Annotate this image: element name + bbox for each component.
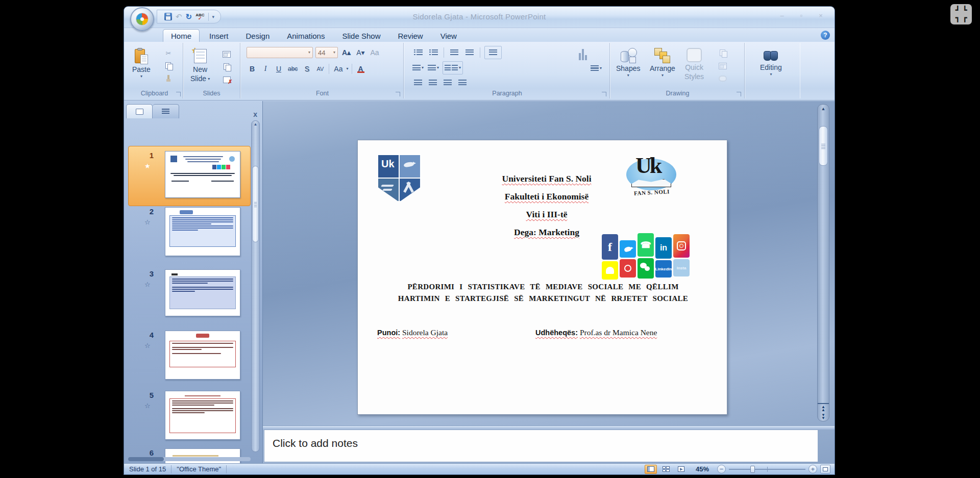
scroll-up-icon[interactable]: ▲ [818, 106, 829, 111]
slide-title-text[interactable]: PËRDORIMI I STATISTIKAVE TË MEDIAVE SOCI… [382, 281, 704, 305]
tab-insert[interactable]: Insert [202, 30, 236, 42]
copy-button[interactable] [163, 61, 174, 71]
font-name-combo[interactable]: ▾ [247, 47, 313, 58]
zoom-slider[interactable] [729, 465, 805, 474]
notes-placeholder[interactable]: Click to add notes [264, 430, 818, 449]
shapes-button[interactable]: Shapes ▾ [614, 46, 642, 79]
change-case-button[interactable]: Aa [332, 63, 344, 74]
italic-button[interactable]: I [260, 63, 271, 74]
fan-noli-logo[interactable]: Uk FAN S. NOLI [622, 155, 681, 209]
clipboard-dialog-launcher[interactable] [176, 92, 181, 96]
line-spacing-button[interactable]: ▾ [412, 63, 424, 73]
panel-scrollbar[interactable]: ▲ [251, 120, 260, 452]
restore-button[interactable]: ▫ [796, 12, 807, 19]
zoom-level[interactable]: 45% [691, 465, 714, 473]
panel-scrollbar-thumb[interactable] [252, 166, 259, 242]
social-media-collage[interactable]: f ☎ in LinkedIn [602, 232, 690, 281]
tab-view[interactable]: View [433, 30, 464, 42]
group-clipboard: Paste ▾ ✂ Clipboard [126, 43, 183, 98]
new-slide-button[interactable]: ★ New Slide ▾ [188, 46, 212, 85]
font-color-button[interactable]: A [355, 63, 366, 74]
justify-button[interactable] [456, 78, 469, 88]
office-button[interactable] [130, 7, 154, 31]
reset-button[interactable] [221, 62, 232, 72]
text-direction-button[interactable] [484, 46, 502, 59]
editor-scrollbar-thumb[interactable] [819, 126, 828, 166]
text-shadow-button[interactable]: S [301, 63, 312, 74]
change-case-dropdown-icon[interactable]: ▾ [346, 67, 348, 70]
fit-slide-to-window-button[interactable] [820, 465, 830, 473]
font-size-combo[interactable]: 44 ▾ [315, 47, 338, 58]
bullets-button[interactable] [412, 47, 424, 58]
editor-scrollbar[interactable]: ▲ ▲ ▲ ▼ ▼ [817, 104, 829, 421]
previous-slide-button[interactable]: ▲ ▲ [821, 406, 825, 412]
quick-styles-button[interactable]: Quick Styles [682, 46, 706, 83]
title-line-1: PËRDORIMI I STATISTIKAVE TË MEDIAVE SOCI… [382, 281, 704, 293]
notes-splitter[interactable] [263, 425, 835, 430]
close-panel-button[interactable]: x [250, 110, 260, 118]
hscroll-thumb[interactable] [128, 457, 164, 461]
minimize-button[interactable]: – [776, 12, 788, 19]
slide-show-view-button[interactable] [675, 465, 688, 474]
tab-home[interactable]: Home [163, 29, 200, 42]
cut-button[interactable]: ✂ [163, 48, 174, 58]
drawing-dialog-launcher[interactable] [737, 92, 741, 96]
slide-canvas[interactable]: Uk Universiteti Fan S. Noli Fakulteti i … [357, 140, 727, 415]
align-center-button[interactable] [427, 78, 439, 88]
underline-button[interactable]: U [273, 63, 284, 74]
theme-name: "Office Theme" [172, 465, 226, 473]
indent-increase-button[interactable] [463, 47, 476, 58]
tab-design[interactable]: Design [238, 30, 278, 42]
indent-decrease-button[interactable] [448, 47, 460, 58]
slide-sorter-view-button[interactable] [660, 465, 672, 474]
tab-outline[interactable] [153, 104, 179, 118]
numbering-button[interactable] [427, 47, 439, 58]
zoom-slider-thumb[interactable] [750, 466, 755, 473]
help-button[interactable]: ? [821, 31, 830, 40]
align-text-button[interactable]: ▾ [427, 63, 439, 73]
font-dialog-launcher[interactable] [396, 92, 400, 96]
bold-button[interactable]: B [247, 63, 258, 74]
columns-button[interactable]: ▾ [443, 61, 463, 74]
quick-styles-icon [687, 48, 702, 62]
align-left-button[interactable] [412, 78, 424, 88]
animation-star-icon: ☆ [144, 342, 151, 349]
shape-effects-button[interactable] [717, 73, 728, 84]
shield-uk-text: Uk [381, 158, 395, 170]
layout-button[interactable] [221, 49, 232, 59]
scroll-up-icon[interactable]: ▲ [252, 122, 259, 127]
format-painter-button[interactable] [163, 73, 174, 84]
panel-horizontal-scrollbar[interactable] [128, 457, 251, 461]
normal-view-button[interactable] [645, 465, 657, 474]
tab-slide-show[interactable]: Slide Show [334, 30, 388, 42]
tab-animations[interactable]: Animations [279, 30, 332, 42]
grow-font-button[interactable]: A▴ [340, 47, 352, 58]
notes-pane[interactable]: Click to add notes [264, 430, 818, 462]
zoom-out-button[interactable]: − [717, 465, 726, 473]
smartart-list-button[interactable]: ▾ [590, 63, 602, 73]
tab-slides-thumbnails[interactable] [126, 104, 153, 118]
text-direction-icon [489, 49, 497, 56]
university-shield-logo[interactable]: Uk [377, 154, 421, 202]
delete-slide-button[interactable] [221, 74, 232, 85]
clear-formatting-button[interactable]: Aa [369, 47, 381, 58]
exit-fullscreen-button[interactable]: ┛ ┗ ┓ ┏ [950, 4, 972, 24]
arrange-button[interactable]: Arrange ▾ [648, 46, 677, 79]
close-button[interactable]: × [815, 12, 826, 19]
slide-header-text[interactable]: Universiteti Fan S. Noli Fakulteti i Eko… [452, 170, 641, 241]
author-text[interactable]: Punoi: Sidorela Gjata [377, 328, 448, 337]
paste-button[interactable]: Paste ▾ [130, 46, 153, 80]
shape-fill-button[interactable] [717, 48, 728, 58]
convert-smartart-button[interactable] [579, 47, 587, 60]
paragraph-dialog-launcher[interactable] [602, 92, 606, 96]
supervisor-text[interactable]: Udhëheqës: Prof.as dr Mamica Nene [535, 328, 657, 337]
shape-outline-button[interactable] [717, 61, 728, 71]
strikethrough-button[interactable]: abc [286, 63, 299, 74]
editing-button[interactable]: Editing ▾ [758, 48, 784, 78]
character-spacing-button[interactable]: AV [314, 63, 326, 74]
align-right-button[interactable] [442, 78, 454, 88]
tab-review[interactable]: Review [390, 30, 430, 42]
zoom-in-button[interactable]: + [808, 465, 817, 473]
next-slide-button[interactable]: ▼ ▼ [821, 414, 825, 420]
shrink-font-button[interactable]: A▾ [355, 47, 366, 58]
